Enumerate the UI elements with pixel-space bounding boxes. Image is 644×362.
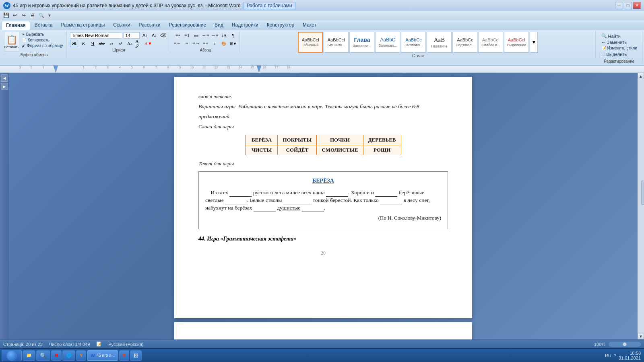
ruler-left-margin[interactable] <box>53 66 58 73</box>
style-heading2[interactable]: AaBbC Заголово... <box>375 32 400 53</box>
highlight-color-button[interactable]: A🖊 <box>135 40 143 47</box>
ruler-mark: 7 <box>155 66 157 69</box>
ruler-right-margin[interactable] <box>256 66 261 73</box>
editing-controls: 🔍 Найти ↔ Заменить 📝 Изменить стили ⬚ Вы… <box>599 32 640 58</box>
style-weak[interactable]: AaBbCcI Слабое в... <box>478 32 503 53</box>
select-button[interactable]: ⬚ Выделить <box>601 51 637 57</box>
border-button[interactable]: ⊞▼ <box>229 40 237 47</box>
unordered-list-button[interactable]: ≡• <box>173 32 182 39</box>
document-area[interactable]: слов в тексте. Варианты игры. Работать с… <box>9 73 638 339</box>
scroll-up-button[interactable]: ▲ <box>638 73 644 79</box>
clear-format-button[interactable]: ⌫ <box>159 32 167 39</box>
search-icon: 🔍 <box>40 352 47 359</box>
help-icon[interactable]: ? <box>614 353 616 358</box>
taskbar-search[interactable]: 🔍 <box>36 350 50 361</box>
style-subtitle-preview: AaBbCc <box>457 37 473 42</box>
ribbon-context-tab[interactable]: Работа с таблицами <box>243 2 296 9</box>
taskbar-powerpoint[interactable]: P <box>119 350 129 361</box>
word-dushistye: душистые <box>277 205 300 211</box>
style-more[interactable]: ▼ <box>530 32 538 53</box>
tab-layout[interactable]: Макет <box>299 21 320 30</box>
font-color-button[interactable]: A▼ <box>144 40 152 47</box>
style-selection[interactable]: AaBbCcI Выделение <box>504 32 529 53</box>
page-info: Страница: 20 из 23 <box>3 342 43 347</box>
blank-8 <box>302 212 324 212</box>
tab-home[interactable]: Главная <box>2 21 30 30</box>
font-name-input[interactable] <box>70 32 122 39</box>
tab-view[interactable]: Вид <box>211 21 227 30</box>
font-case-button[interactable]: Aa <box>126 40 134 47</box>
maximize-button[interactable]: □ <box>624 2 632 9</box>
subscript-button[interactable]: x₂ <box>107 40 115 47</box>
tab-review[interactable]: Рецензирование <box>165 21 210 30</box>
tab-references[interactable]: Ссылки <box>109 21 134 30</box>
tab-design[interactable]: Конструктор <box>263 21 298 30</box>
taskbar-explorer[interactable]: 📁 <box>23 350 35 361</box>
lang-indicator[interactable]: RU <box>605 353 611 358</box>
taskbar-yandex[interactable]: Я <box>51 350 62 361</box>
justify-button[interactable]: ≡≡ <box>201 40 209 47</box>
taskbar-yandex-browser[interactable]: Y <box>76 350 86 361</box>
decrease-indent-button[interactable]: ←≡ <box>201 32 209 39</box>
align-right-button[interactable]: ≡→ <box>192 40 200 47</box>
underline-button[interactable]: Ч <box>89 40 97 47</box>
line-spacing-button[interactable]: ↕ <box>211 40 219 47</box>
blank-1 <box>229 196 252 197</box>
shading-button[interactable]: 🎨 <box>220 40 228 47</box>
style-title[interactable]: AaB Название <box>427 32 452 53</box>
superscript-button[interactable]: x² <box>116 40 124 47</box>
style-heading1[interactable]: Глава Заголово... <box>349 32 374 53</box>
taskbar-chrome[interactable]: 🌐 <box>62 350 75 361</box>
increase-indent-button[interactable]: →≡ <box>211 32 219 39</box>
ribbon: Главная Вставка Разметка страницы Ссылки… <box>0 20 644 66</box>
align-left-button[interactable]: ≡← <box>173 40 182 47</box>
style-subtitle[interactable]: AaBbCc Подзагол... <box>452 32 477 53</box>
ordered-list-button[interactable]: ≡1 <box>183 32 191 39</box>
style-no-interval[interactable]: AaBbCcI Без инте... <box>324 32 349 53</box>
tab-page-layout[interactable]: Разметка страницы <box>57 21 109 30</box>
replace-button[interactable]: ↔ Заменить <box>601 40 637 45</box>
strikethrough-button[interactable]: abc <box>98 40 106 47</box>
qat-redo[interactable]: ↪ <box>20 12 27 19</box>
qat-dropdown[interactable]: ▼ <box>47 13 52 18</box>
minimize-button[interactable]: ─ <box>615 2 623 9</box>
taskbar-images[interactable]: 🖼 <box>130 350 142 361</box>
decrease-font-button[interactable]: A↓ <box>150 32 158 39</box>
scroll-down-button[interactable]: ▼ <box>638 333 644 339</box>
sort-button[interactable]: ↕A <box>220 32 228 39</box>
change-styles-button[interactable]: 📝 Изменить стили <box>601 46 637 50</box>
word-table-row-2: ЧИСТЫ СОЙДЁТ СМОЛИСТЫЕ РОЩИ <box>246 145 401 155</box>
copy-button[interactable]: 📄 Копировать <box>21 37 64 43</box>
close-button[interactable]: ✕ <box>633 2 641 9</box>
format-painter-button[interactable]: 🖌 Формат по образцу <box>21 43 64 48</box>
tab-insert[interactable]: Вставка <box>31 21 57 30</box>
italic-button[interactable]: К <box>79 40 87 47</box>
bold-button[interactable]: Ж <box>70 40 78 47</box>
sidebar-btn1[interactable]: ◀ <box>1 74 8 82</box>
scroll-thumb[interactable] <box>641 181 644 205</box>
multilevel-list-button[interactable]: ≡≡ <box>192 32 200 39</box>
text-predlozheniy: предложений. <box>198 113 448 121</box>
clipboard-group-content: 📋 Вставить ✂ Вырезать 📄 Копировать 🖌 Фор… <box>4 32 64 52</box>
start-button[interactable] <box>2 350 22 361</box>
show-formatting-button[interactable]: ¶ <box>229 32 237 39</box>
sidebar-btn2[interactable]: ▶ <box>1 83 8 90</box>
style-heading3[interactable]: AaBbCc Заголово... <box>401 32 426 53</box>
qat-save[interactable]: 💾 <box>2 12 10 19</box>
qat-zoom[interactable]: 🔍 <box>38 12 45 19</box>
zoom-slider[interactable] <box>609 342 641 347</box>
find-button[interactable]: 🔍 Найти <box>601 33 637 39</box>
tab-mailings[interactable]: Рассылки <box>135 21 165 30</box>
qat-print[interactable]: 🖨 <box>29 12 36 19</box>
taskbar-word[interactable]: W 45 игр и... <box>87 350 118 361</box>
style-normal[interactable]: AaBbCcI Обычный <box>298 32 323 53</box>
font-size-input[interactable] <box>124 32 140 39</box>
word-table-row-1: БЕРЁЗА ПОКРЫТЫ ПОЧКИ ДЕРЕВЬЕВ <box>246 135 401 145</box>
tab-addins[interactable]: Надстройки <box>228 21 262 30</box>
increase-font-button[interactable]: A↑ <box>141 32 149 39</box>
align-center-button[interactable]: ≡ <box>183 40 191 47</box>
qat-undo[interactable]: ↩ <box>11 12 19 19</box>
cut-button[interactable]: ✂ Вырезать <box>21 32 64 37</box>
zoom-slider-thumb[interactable] <box>623 342 627 346</box>
paste-button[interactable]: 📋 Вставить <box>4 32 19 52</box>
